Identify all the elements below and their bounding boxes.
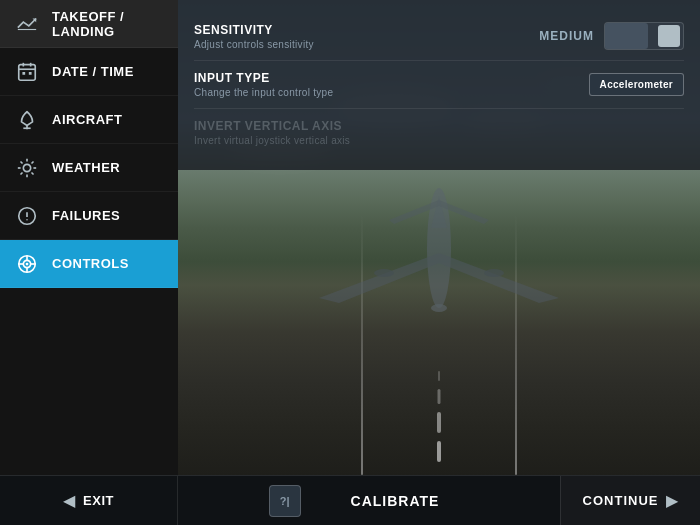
input-type-control: Accelerometer xyxy=(589,73,684,96)
svg-point-31 xyxy=(431,304,447,312)
weather-icon xyxy=(14,155,40,181)
svg-point-29 xyxy=(374,269,394,277)
svg-rect-6 xyxy=(29,72,32,75)
runway-mark-3 xyxy=(438,389,441,405)
continue-icon: ▶ xyxy=(666,491,678,510)
input-type-desc: Change the input control type xyxy=(194,87,589,98)
sensitivity-slider[interactable] xyxy=(604,22,684,50)
input-type-row: INPUT TYPE Change the input control type… xyxy=(194,61,684,109)
invert-axis-desc: Invert virtual joystick vertical axis xyxy=(194,135,684,146)
aircraft-svg xyxy=(299,178,579,338)
exit-button[interactable]: ◀ EXIT xyxy=(0,476,178,525)
help-button[interactable]: ?| xyxy=(269,485,301,517)
sidebar-item-label-takeoff-landing: TAKEOFF / LANDING xyxy=(52,9,164,39)
sidebar-item-label-failures: FAILURES xyxy=(52,208,120,223)
sidebar-item-controls[interactable]: CONTROLS xyxy=(0,240,178,288)
main-area: TAKEOFF / LANDING DATE / TIME xyxy=(0,0,700,475)
joystick-icon xyxy=(14,251,40,277)
sidebar-item-label-controls: CONTROLS xyxy=(52,256,129,271)
sensitivity-info: SENSITIVITY Adjust controls sensitivity xyxy=(194,23,534,50)
bottom-center: ?| CALIBRATE xyxy=(178,485,560,517)
bottom-bar: ◀ EXIT ?| CALIBRATE CONTINUE ▶ xyxy=(0,475,700,525)
continue-label: CONTINUE xyxy=(583,493,659,508)
sidebar-item-takeoff-landing[interactable]: TAKEOFF / LANDING xyxy=(0,0,178,48)
sidebar-item-label-weather: WEATHER xyxy=(52,160,120,175)
sidebar: TAKEOFF / LANDING DATE / TIME xyxy=(0,0,178,475)
svg-line-14 xyxy=(20,161,22,163)
help-icon: ?| xyxy=(280,495,290,507)
svg-point-30 xyxy=(484,269,504,277)
svg-point-23 xyxy=(26,262,29,265)
sensitivity-value: MEDIUM xyxy=(534,29,594,43)
exit-icon: ◀ xyxy=(63,491,75,510)
svg-point-9 xyxy=(23,164,30,171)
slider-fill xyxy=(605,23,648,49)
sidebar-item-date-time[interactable]: DATE / TIME xyxy=(0,48,178,96)
svg-rect-5 xyxy=(22,72,25,75)
sidebar-item-failures[interactable]: FAILURES xyxy=(0,192,178,240)
sidebar-item-label-aircraft: AIRCRAFT xyxy=(52,112,122,127)
sensitivity-row: SENSITIVITY Adjust controls sensitivity … xyxy=(194,12,684,61)
sensitivity-desc: Adjust controls sensitivity xyxy=(194,39,534,50)
sidebar-item-weather[interactable]: WEATHER xyxy=(0,144,178,192)
sensitivity-control: MEDIUM xyxy=(534,22,684,50)
continue-button[interactable]: CONTINUE ▶ xyxy=(560,476,700,525)
accelerometer-button[interactable]: Accelerometer xyxy=(589,73,684,96)
invert-axis-title: INVERT VERTICAL AXIS xyxy=(194,119,684,133)
sidebar-item-label-date-time: DATE / TIME xyxy=(52,64,134,79)
svg-point-20 xyxy=(26,218,27,219)
invert-axis-info: INVERT VERTICAL AXIS Invert virtual joys… xyxy=(194,119,684,146)
settings-overlay: SENSITIVITY Adjust controls sensitivity … xyxy=(178,0,700,170)
aircraft-silhouette xyxy=(299,178,579,342)
runway-mark-4 xyxy=(438,371,440,381)
aircraft-icon xyxy=(14,107,40,133)
sensitivity-title: SENSITIVITY xyxy=(194,23,534,37)
calibrate-button[interactable]: CALIBRATE xyxy=(321,485,470,517)
slider-thumb xyxy=(658,25,680,47)
plane-takeoff-icon xyxy=(14,11,40,37)
input-type-title: INPUT TYPE xyxy=(194,71,589,85)
svg-line-15 xyxy=(31,172,33,174)
runway-mark-1 xyxy=(437,441,441,462)
svg-rect-1 xyxy=(19,64,36,80)
input-type-info: INPUT TYPE Change the input control type xyxy=(194,71,589,98)
svg-line-17 xyxy=(31,161,33,163)
svg-line-16 xyxy=(20,172,22,174)
calendar-icon xyxy=(14,59,40,85)
runway-mark-2 xyxy=(437,412,441,433)
exit-label: EXIT xyxy=(83,493,114,508)
warning-icon xyxy=(14,203,40,229)
invert-axis-row: INVERT VERTICAL AXIS Invert virtual joys… xyxy=(194,109,684,156)
sidebar-item-aircraft[interactable]: AIRCRAFT xyxy=(0,96,178,144)
content-panel: SENSITIVITY Adjust controls sensitivity … xyxy=(178,0,700,475)
